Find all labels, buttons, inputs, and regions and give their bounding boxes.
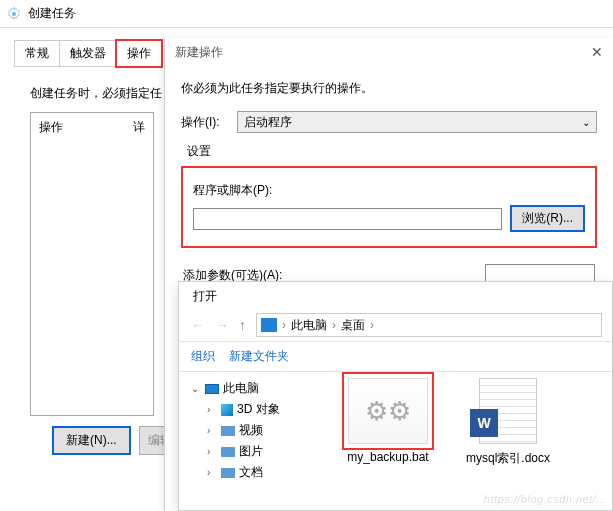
chevron-down-icon: ⌄ (582, 117, 590, 128)
create-task-titlebar: 创建任务 (0, 0, 613, 28)
folder-icon (221, 447, 235, 457)
actions-column-detail: 详 (133, 119, 145, 136)
file-thumb-docx: W (468, 378, 548, 444)
open-dialog-title: 打开 (179, 282, 612, 307)
breadcrumb-seg-thispc[interactable]: 此电脑 (291, 317, 327, 334)
nav-up-icon[interactable]: ↑ (239, 317, 246, 333)
new-button[interactable]: 新建(N)... (52, 426, 131, 455)
settings-group-label: 设置 (187, 143, 597, 160)
files-pane[interactable]: ⚙⚙ my_backup.bat W mysql索引.docx (327, 372, 612, 511)
tab-triggers[interactable]: 触发器 (59, 40, 116, 67)
breadcrumb-separator-icon: › (279, 318, 289, 332)
create-task-title: 创建任务 (28, 5, 76, 22)
gear-icon (6, 6, 22, 22)
tree-node-documents[interactable]: › 文档 (207, 462, 323, 483)
action-row: 操作(I): 启动程序 ⌄ (181, 111, 597, 133)
tab-actions[interactable]: 操作 (116, 40, 162, 67)
breadcrumb[interactable]: › 此电脑 › 桌面 › (256, 313, 602, 337)
expander-icon[interactable]: › (207, 467, 217, 478)
file-item-docx[interactable]: W mysql索引.docx (457, 378, 559, 511)
cube-icon (221, 404, 233, 416)
file-thumb-batch: ⚙⚙ (348, 378, 428, 444)
expander-icon[interactable]: › (207, 446, 217, 457)
nav-forward-icon[interactable]: → (215, 317, 229, 333)
settings-highlight-box: 程序或脚本(P): 浏览(R)... (181, 166, 597, 248)
svg-point-0 (12, 12, 16, 16)
new-action-titlebar: 新建操作 ✕ (165, 38, 613, 66)
actions-column-action: 操作 (39, 119, 63, 136)
tree-node-3dobjects[interactable]: › 3D 对象 (207, 399, 323, 420)
close-icon[interactable]: ✕ (591, 44, 603, 60)
nav-back-icon[interactable]: ← (191, 317, 205, 333)
action-label: 操作(I): (181, 114, 231, 131)
organize-menu[interactable]: 组织 (191, 348, 215, 365)
program-row: 浏览(R)... (193, 205, 585, 232)
breadcrumb-separator-icon: › (367, 318, 377, 332)
browse-button[interactable]: 浏览(R)... (510, 205, 585, 232)
new-action-instruction: 你必须为此任务指定要执行的操作。 (181, 80, 597, 97)
file-label: my_backup.bat (347, 450, 428, 464)
breadcrumb-seg-desktop[interactable]: 桌面 (341, 317, 365, 334)
tree-node-pictures[interactable]: › 图片 (207, 441, 323, 462)
watermark-text: https://blog.csdn.net/... (484, 493, 607, 505)
folder-icon (221, 468, 235, 478)
actions-listbox[interactable]: 操作 详 (30, 112, 154, 416)
action-dropdown[interactable]: 启动程序 ⌄ (237, 111, 597, 133)
expander-icon[interactable]: › (207, 404, 217, 415)
gears-icon: ⚙⚙ (365, 396, 411, 427)
new-folder-button[interactable]: 新建文件夹 (229, 348, 289, 365)
monitor-icon (205, 384, 219, 394)
expander-icon[interactable]: ⌄ (191, 383, 201, 394)
open-toolbar: 组织 新建文件夹 (179, 342, 612, 372)
tree-node-videos[interactable]: › 视频 (207, 420, 323, 441)
monitor-icon (261, 318, 277, 332)
program-label: 程序或脚本(P): (193, 182, 585, 199)
file-label: mysql索引.docx (466, 450, 550, 467)
document-page-icon: W (479, 378, 537, 444)
file-item-batch[interactable]: ⚙⚙ my_backup.bat (337, 378, 439, 511)
folder-tree[interactable]: ⌄ 此电脑 › 3D 对象 › 视频 › 图片 › 文 (179, 372, 327, 511)
program-input[interactable] (193, 208, 502, 230)
open-nav-row: ← → ↑ › 此电脑 › 桌面 › (179, 307, 612, 342)
word-icon: W (470, 409, 498, 437)
breadcrumb-separator-icon: › (329, 318, 339, 332)
tab-general[interactable]: 常规 (14, 40, 59, 67)
tree-node-thispc[interactable]: ⌄ 此电脑 (191, 378, 323, 399)
action-dropdown-value: 启动程序 (244, 114, 292, 131)
expander-icon[interactable]: › (207, 425, 217, 436)
folder-icon (221, 426, 235, 436)
open-dialog-main: ⌄ 此电脑 › 3D 对象 › 视频 › 图片 › 文 (179, 372, 612, 511)
new-action-title: 新建操作 (175, 44, 223, 61)
open-file-dialog: 打开 ← → ↑ › 此电脑 › 桌面 › 组织 新建文件夹 ⌄ 此电脑 › 3… (178, 281, 613, 511)
